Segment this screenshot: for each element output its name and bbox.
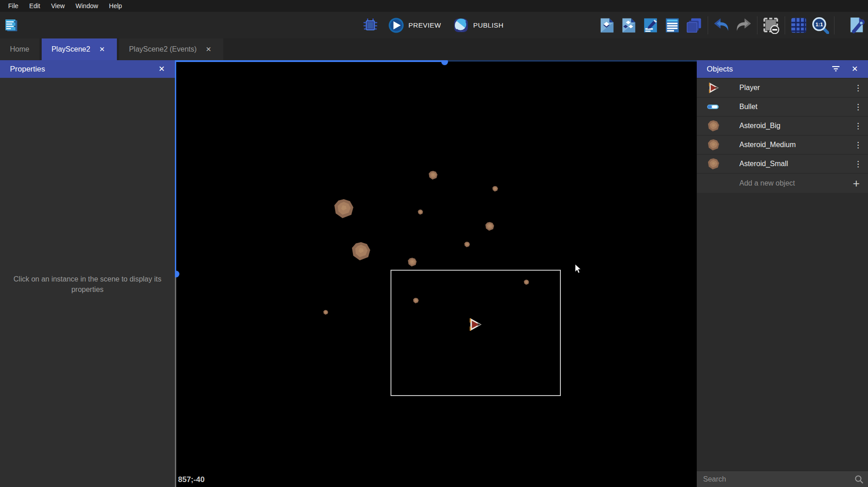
properties-panel-title: Properties <box>10 65 156 74</box>
resize-handle-top[interactable] <box>441 60 448 65</box>
publish-button[interactable]: PUBLISH <box>450 15 506 35</box>
objects-search-bar <box>697 471 868 487</box>
redo-icon[interactable] <box>735 17 752 34</box>
objects-panel: Objects ✕ Player ⋮ Bullet ⋮ <box>697 60 868 487</box>
objects-panel-header: Objects ✕ <box>697 60 868 78</box>
search-icon[interactable] <box>850 475 868 484</box>
asteroid-instance[interactable] <box>407 257 417 269</box>
filter-icon[interactable] <box>829 64 843 75</box>
tab-bar: Home PlayScene2 ✕ PlayScene2 (Events) ✕ <box>0 38 868 60</box>
properties-panel-header: Properties ✕ <box>0 60 175 78</box>
zoom-1-1-icon[interactable]: 1:1 <box>812 17 829 34</box>
player-thumbnail-icon <box>705 81 722 94</box>
tab-playscene2[interactable]: PlayScene2 ✕ <box>42 38 117 60</box>
open-instances-list-icon[interactable] <box>664 17 681 34</box>
tab-home[interactable]: Home <box>0 38 39 60</box>
close-tab-icon[interactable]: ✕ <box>97 44 107 54</box>
search-input[interactable] <box>697 475 850 483</box>
scene-edge-top <box>175 60 447 62</box>
menu-bar: File Edit View Window Help <box>0 0 868 12</box>
menu-edit[interactable]: Edit <box>25 1 45 11</box>
asteroid-instance[interactable] <box>413 297 419 306</box>
setup-grid-icon[interactable] <box>848 16 865 33</box>
open-objects-editor-icon[interactable] <box>598 17 616 34</box>
open-object-groups-editor-icon[interactable] <box>620 17 637 34</box>
svg-text:1:1: 1:1 <box>815 22 823 27</box>
menu-view[interactable]: View <box>47 1 69 11</box>
asteroid-thumbnail-icon <box>705 138 722 151</box>
close-icon[interactable]: ✕ <box>156 63 168 75</box>
asteroid-instance[interactable] <box>418 209 424 217</box>
plus-icon: + <box>844 177 868 191</box>
asteroid-thumbnail-icon <box>705 119 722 132</box>
object-row-player[interactable]: Player ⋮ <box>697 79 868 97</box>
toggle-grid-icon[interactable] <box>790 17 807 34</box>
toolbar-separator <box>834 16 834 34</box>
debug-icon[interactable] <box>362 17 379 34</box>
asteroid-instance[interactable] <box>351 241 371 263</box>
delete-selected-instances-icon[interactable] <box>762 17 780 34</box>
properties-empty-message: Click on an instance in the scene to dis… <box>13 274 162 295</box>
main-area: Properties ✕ Click on an instance in the… <box>0 60 868 487</box>
toolbar-right: 1:1 <box>593 12 834 38</box>
asteroid-instance[interactable] <box>492 186 498 194</box>
object-menu-icon[interactable]: ⋮ <box>848 160 868 168</box>
object-menu-icon[interactable]: ⋮ <box>848 103 868 111</box>
asteroid-instance[interactable] <box>464 241 470 249</box>
open-layers-editor-icon[interactable] <box>685 17 703 34</box>
asteroid-instance[interactable] <box>524 279 530 287</box>
open-properties-panel-icon[interactable] <box>642 17 659 34</box>
object-menu-icon[interactable]: ⋮ <box>848 84 868 92</box>
asteroid-instance[interactable] <box>428 170 438 182</box>
asteroid-instance[interactable] <box>333 198 355 221</box>
tab-playscene2-events[interactable]: PlayScene2 (Events) ✕ <box>119 38 223 60</box>
cursor-coordinates: 857;-40 <box>178 475 205 484</box>
project-manager-icon[interactable] <box>4 18 19 33</box>
scene-edge-left <box>175 60 176 274</box>
player-instance[interactable] <box>468 317 483 334</box>
objects-panel-title: Objects <box>707 65 829 74</box>
object-row-bullet[interactable]: Bullet ⋮ <box>697 98 868 116</box>
gdevelop-window: File Edit View Window Help <box>0 0 868 487</box>
publish-label: PUBLISH <box>473 21 503 29</box>
preview-label: PREVIEW <box>409 21 441 29</box>
asteroid-thumbnail-icon <box>705 158 722 170</box>
main-toolbar: PREVIEW PUBLISH <box>0 12 868 38</box>
properties-panel: Properties ✕ Click on an instance in the… <box>0 60 175 487</box>
preview-button[interactable]: PREVIEW <box>386 15 444 35</box>
object-row-asteroid-big[interactable]: Asteroid_Big ⋮ <box>697 117 868 135</box>
asteroid-instance[interactable] <box>485 221 495 233</box>
menu-help[interactable]: Help <box>105 1 127 11</box>
object-row-asteroid-medium[interactable]: Asteroid_Medium ⋮ <box>697 136 868 154</box>
play-icon <box>388 17 405 33</box>
close-icon[interactable]: ✕ <box>849 63 861 75</box>
mouse-cursor-icon <box>574 264 583 274</box>
undo-icon[interactable] <box>713 17 730 34</box>
scene-edge-top-right <box>447 60 697 62</box>
object-menu-icon[interactable]: ⋮ <box>848 122 868 130</box>
object-menu-icon[interactable]: ⋮ <box>848 141 868 149</box>
resize-handle-left[interactable] <box>175 271 179 277</box>
add-new-object-button[interactable]: Add a new object + <box>697 174 868 193</box>
publish-globe-icon <box>453 17 469 33</box>
object-row-asteroid-small[interactable]: Asteroid_Small ⋮ <box>697 155 868 173</box>
close-tab-icon[interactable]: ✕ <box>204 44 213 54</box>
objects-list: Player ⋮ Bullet ⋮ Asteroid_Big ⋮ Asteroi… <box>697 79 868 194</box>
scene-canvas[interactable]: 857;-40 <box>175 60 697 487</box>
asteroid-instance[interactable] <box>323 309 328 317</box>
bullet-thumbnail-icon <box>705 104 722 110</box>
toolbar-center: PREVIEW PUBLISH <box>362 12 506 38</box>
menu-window[interactable]: Window <box>71 1 103 11</box>
menu-file[interactable]: File <box>4 1 23 11</box>
scene-edge-left-lower <box>175 274 176 487</box>
